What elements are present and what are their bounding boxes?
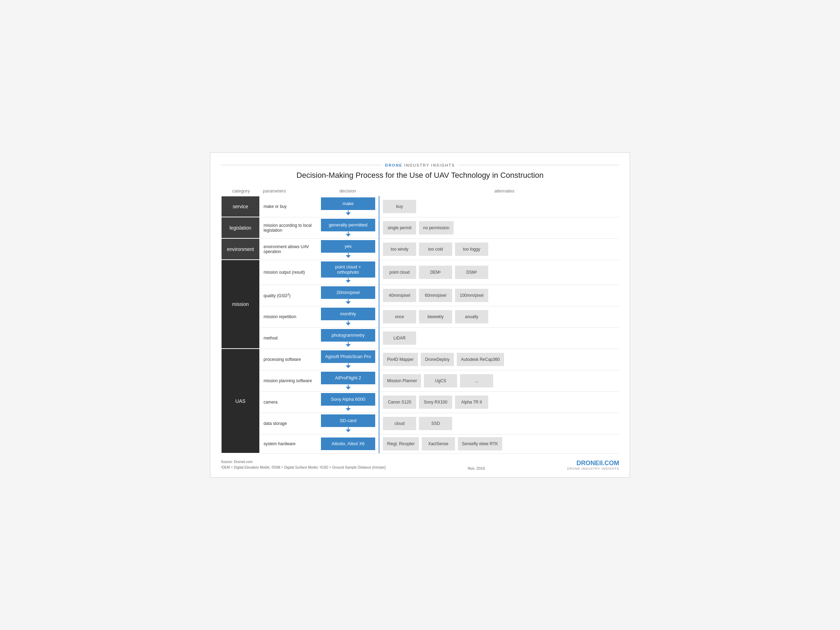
decision-cell: SD-card [317,413,379,434]
decision-cell: AiProFlight 2 [317,370,379,391]
param-cell: camera [260,391,317,413]
alts-container: point cloudDEM¹DSM² [383,266,616,279]
header-parameters: parameters [259,188,317,194]
alt-box: too windy [383,243,416,256]
alternates-cell: Canon S120Sony RX100Alpha 7R II [379,391,619,413]
decision-btn: monthly [321,308,375,320]
brand-name: DRONE INDUSTRY INSIGHTS [385,163,455,167]
alt-box: buy [383,200,416,213]
param-cell: make or buy [260,196,317,217]
decision-cell: generally permitted [317,217,379,238]
decision-cell: make [317,196,379,217]
alt-box: Sensefly ebee RTK [458,437,502,450]
decision-btn: generally permitted [321,219,375,231]
decision-btn: Aibotix, Aibot X6 [321,437,375,450]
alt-box: Alpha 7R II [455,395,488,409]
decision-cell: point cloud + orthophoto [317,260,379,284]
decision-btn: point cloud + orthophoto [321,261,375,278]
alts-container: cloudSSD [383,417,616,430]
footer-footnote: ¹DEM = Digital Elevation Model, ²DSM = D… [221,465,385,471]
alt-box: LiDAR [383,332,416,345]
alt-box: DEM¹ [419,266,452,279]
brand-rest: INDUSTRY INSIGHTS [403,163,455,167]
footer-left: Source: Droneii.com ¹DEM = Digital Eleva… [221,459,385,471]
alts-container: too windytoo coldtoo foggy [383,243,616,256]
param-cell: environment allows UAV operation [260,238,317,260]
header-alternates: alternates [379,188,619,194]
footer-date: Nov. 2016 [467,466,485,471]
alts-container: buy [383,200,616,213]
alt-box: 100mm/pixel [455,289,488,302]
alts-container: 40mm/pixel60mm/pixel100mm/pixel [383,289,616,302]
param-cell: mission according to local legislation [260,217,317,238]
param-cell: method [260,327,317,349]
header-decision: decision [317,188,378,194]
page-title: Decision-Making Process for the Use of U… [221,171,619,180]
decision-btn: yes [321,240,375,253]
footer-brand-name: DRONEII.COM [567,459,619,467]
alt-box: cloud [383,417,416,430]
alternates-cell: oncebiweeklyanually [379,306,619,327]
decision-cell: Sony Alpha 6000 [317,391,379,413]
arrow-down [321,299,375,304]
param-cell: mission repetition [260,306,317,327]
header-category: category [221,188,259,194]
decision-cell: 20mm/pixel [317,284,379,306]
footer: Source: Droneii.com ¹DEM = Digital Eleva… [221,459,619,471]
category-cell: environment [221,238,260,260]
alt-box: single permit [383,221,416,235]
decision-btn: photogrammetry [321,329,375,342]
arrow-down [321,210,375,215]
alt-box: DSM² [455,266,488,279]
alternates-cell: cloudSSD [379,413,619,434]
category-cell: service [221,196,260,217]
alt-box: no permission [419,221,453,235]
alt-box: Mission Planner [383,374,421,387]
alt-box: SSD [419,417,452,430]
alts-container: Pix4D MapperDroneDeployAutodesk ReCap360 [383,353,616,366]
category-cell: legislation [221,217,260,238]
decision-btn: make [321,197,375,210]
arrow-down [321,278,375,283]
alts-container: Riegl, RicopterXactSenseSensefly ebee RT… [383,437,616,450]
arrow-down [321,385,375,390]
alts-container: oncebiweeklyanually [383,310,616,324]
footer-right: DRONEII.COM DRONE INDUSTRY INSIGHTS [567,459,619,471]
arrow-down [321,363,375,368]
alt-box: UgCS [424,374,457,387]
data-table: servicemake or buymakebuylegislationmiss… [221,196,619,454]
alt-box: once [383,310,416,324]
decision-cell: yes [317,238,379,260]
param-cell: quality (GSD3) [260,284,317,306]
alts-container: Canon S120Sony RX100Alpha 7R II [383,395,616,409]
brand-blue: DRONE [385,163,403,167]
alternates-cell: buy [379,196,619,217]
param-cell: mission planning software [260,370,317,391]
footer-center: Nov. 2016 [467,465,485,471]
arrow-down [321,406,375,411]
arrow-down [321,253,375,258]
alts-container: Mission PlannerUgCS... [383,374,616,387]
alts-container: single permitno permission [383,221,616,235]
alt-box: 40mm/pixel [383,289,416,302]
alt-box: Canon S120 [383,395,416,409]
alternates-cell: too windytoo coldtoo foggy [379,238,619,260]
arrow-down [321,342,375,347]
decision-btn: 20mm/pixel [321,286,375,299]
alternates-cell: Mission PlannerUgCS... [379,370,619,391]
header-row: category parameters decision alternates [221,188,619,194]
alt-box: too foggy [455,243,488,256]
alt-box: Pix4D Mapper [383,353,418,366]
main-card: DRONE INDUSTRY INSIGHTS Decision-Making … [210,152,630,478]
alternates-cell: point cloudDEM¹DSM² [379,260,619,284]
decision-btn: Sony Alpha 6000 [321,393,375,406]
alt-box: Autodesk ReCap360 [457,353,504,366]
param-cell: mission output (result) [260,260,317,284]
decision-cell: photogrammetry [317,327,379,349]
decision-cell: Agisoft PhotoScan Pro [317,349,379,370]
decision-btn: AiProFlight 2 [321,372,375,384]
alternates-cell: 40mm/pixel60mm/pixel100mm/pixel [379,284,619,306]
footer-brand-sub: DRONE INDUSTRY INSIGHTS [567,467,619,471]
param-cell: data storage [260,413,317,434]
category-cell: mission [221,260,260,349]
